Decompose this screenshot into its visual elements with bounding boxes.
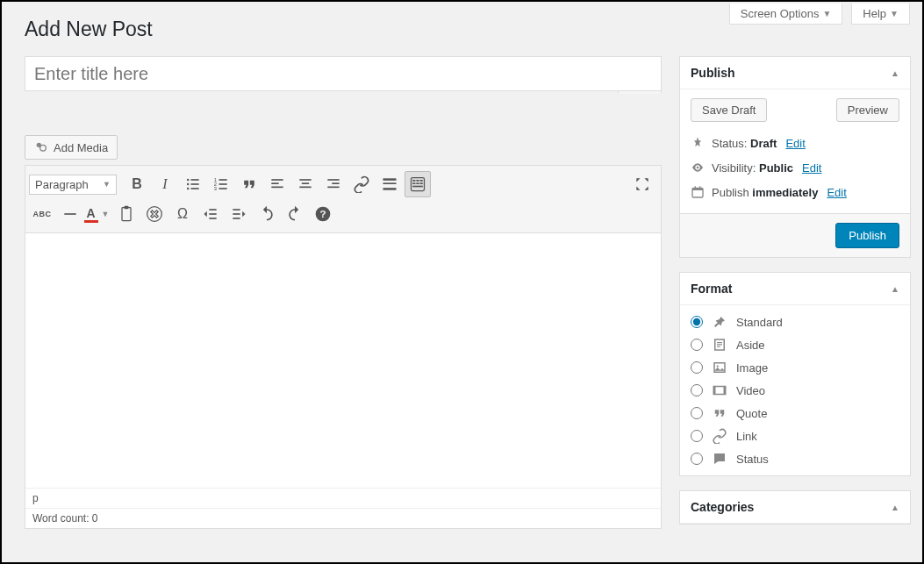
eye-icon xyxy=(691,161,705,175)
svg-rect-57 xyxy=(713,387,715,395)
format-link[interactable]: Link xyxy=(691,428,899,444)
bold-button[interactable]: B xyxy=(124,171,150,197)
save-draft-button[interactable]: Save Draft xyxy=(691,98,767,122)
svg-text:?: ? xyxy=(319,208,326,219)
help-tab[interactable]: Help▼ xyxy=(851,4,910,25)
svg-rect-31 xyxy=(416,182,419,184)
svg-rect-51 xyxy=(717,342,722,343)
italic-button[interactable]: I xyxy=(152,171,178,197)
format-panel-toggle[interactable]: Format▲ xyxy=(680,273,910,305)
svg-point-55 xyxy=(717,365,719,367)
editor-element-path: p xyxy=(25,488,661,508)
svg-rect-29 xyxy=(420,180,423,182)
svg-rect-15 xyxy=(271,182,278,184)
editor-content-area[interactable] xyxy=(25,233,661,488)
chat-icon xyxy=(712,451,727,467)
chevron-up-icon: ▲ xyxy=(891,68,899,78)
svg-rect-28 xyxy=(416,180,419,182)
publish-panel-toggle[interactable]: Publish▲ xyxy=(680,57,910,89)
svg-point-2 xyxy=(187,179,190,182)
svg-rect-25 xyxy=(383,188,397,190)
svg-rect-38 xyxy=(209,213,216,215)
paragraph-select[interactable]: Paragraph▼ xyxy=(29,175,117,195)
status-line: Status: Draft Edit xyxy=(691,131,899,155)
svg-rect-52 xyxy=(717,344,722,345)
preview-button[interactable]: Preview xyxy=(836,98,899,122)
categories-panel: Categories▲ xyxy=(679,490,911,525)
calendar-icon xyxy=(691,185,705,199)
svg-rect-48 xyxy=(695,186,696,189)
text-color-button[interactable]: A▼ xyxy=(85,201,111,227)
pin-icon xyxy=(691,136,705,150)
svg-rect-18 xyxy=(302,182,309,184)
format-status[interactable]: Status xyxy=(691,451,899,467)
outdent-button[interactable] xyxy=(197,201,224,227)
svg-rect-49 xyxy=(699,186,700,189)
link-button[interactable] xyxy=(348,171,375,197)
format-video[interactable]: Video xyxy=(691,382,899,398)
numbered-list-button[interactable]: 123 xyxy=(208,171,234,197)
svg-rect-23 xyxy=(383,178,397,181)
chevron-down-icon: ▼ xyxy=(822,9,831,18)
image-icon xyxy=(712,360,727,375)
align-right-button[interactable] xyxy=(320,171,347,197)
edit-visibility-link[interactable]: Edit xyxy=(802,161,821,175)
special-character-button[interactable]: Ω xyxy=(169,201,196,227)
video-icon xyxy=(712,382,727,398)
strikethrough-button[interactable]: ABC xyxy=(29,201,55,227)
svg-text:3: 3 xyxy=(214,186,217,191)
svg-rect-30 xyxy=(412,182,415,184)
svg-rect-37 xyxy=(209,209,216,211)
format-quote[interactable]: Quote xyxy=(691,405,899,421)
paste-text-button[interactable] xyxy=(113,201,140,227)
help-button[interactable]: ? xyxy=(310,201,336,227)
svg-rect-32 xyxy=(420,182,423,184)
quote-icon xyxy=(712,405,727,421)
svg-rect-3 xyxy=(191,179,199,181)
publish-panel: Publish▲ Save Draft Preview Status: Draf… xyxy=(679,56,911,258)
bulleted-list-button[interactable] xyxy=(180,171,206,197)
publish-button[interactable]: Publish xyxy=(835,223,899,248)
format-aside[interactable]: Aside xyxy=(691,337,899,353)
format-panel: Format▲ Standard Aside Image Video Quote… xyxy=(679,272,911,476)
fullscreen-button[interactable] xyxy=(629,171,655,197)
svg-rect-19 xyxy=(299,187,311,189)
chevron-down-icon: ▼ xyxy=(98,210,113,218)
svg-rect-33 xyxy=(412,186,423,188)
visibility-line: Visibility: Public Edit xyxy=(691,155,899,180)
svg-rect-36 xyxy=(125,206,129,209)
svg-rect-22 xyxy=(327,187,339,189)
svg-rect-47 xyxy=(692,188,703,190)
indent-button[interactable] xyxy=(226,201,252,227)
editor-toolbar: Paragraph▼ B I 123 ABC A▼ xyxy=(25,166,661,233)
blockquote-button[interactable] xyxy=(236,171,262,197)
svg-rect-14 xyxy=(271,179,283,181)
post-title-input[interactable] xyxy=(25,56,662,91)
horizontal-rule-button[interactable] xyxy=(57,201,83,227)
screen-options-tab[interactable]: Screen Options▼ xyxy=(729,4,843,25)
svg-rect-13 xyxy=(219,188,227,189)
svg-rect-24 xyxy=(383,182,397,184)
svg-rect-27 xyxy=(412,180,415,182)
read-more-button[interactable] xyxy=(376,171,403,197)
word-count: Word count: 0 xyxy=(25,508,661,528)
clear-formatting-button[interactable] xyxy=(141,201,168,227)
categories-panel-toggle[interactable]: Categories▲ xyxy=(680,491,910,524)
svg-rect-41 xyxy=(233,213,240,215)
svg-point-45 xyxy=(697,167,699,169)
undo-button[interactable] xyxy=(254,201,280,227)
align-center-button[interactable] xyxy=(292,171,319,197)
format-image[interactable]: Image xyxy=(691,360,899,375)
svg-rect-35 xyxy=(122,208,131,221)
svg-rect-34 xyxy=(64,213,75,215)
redo-button[interactable] xyxy=(282,201,308,227)
chevron-up-icon: ▲ xyxy=(891,284,899,294)
toolbar-toggle-button[interactable] xyxy=(405,171,431,197)
svg-rect-58 xyxy=(724,387,726,395)
format-standard[interactable]: Standard xyxy=(691,314,899,330)
edit-schedule-link[interactable]: Edit xyxy=(827,186,846,199)
add-media-button[interactable]: Add Media xyxy=(25,135,118,160)
edit-status-link[interactable]: Edit xyxy=(785,137,805,150)
align-left-button[interactable] xyxy=(264,171,290,197)
document-icon xyxy=(712,337,727,353)
